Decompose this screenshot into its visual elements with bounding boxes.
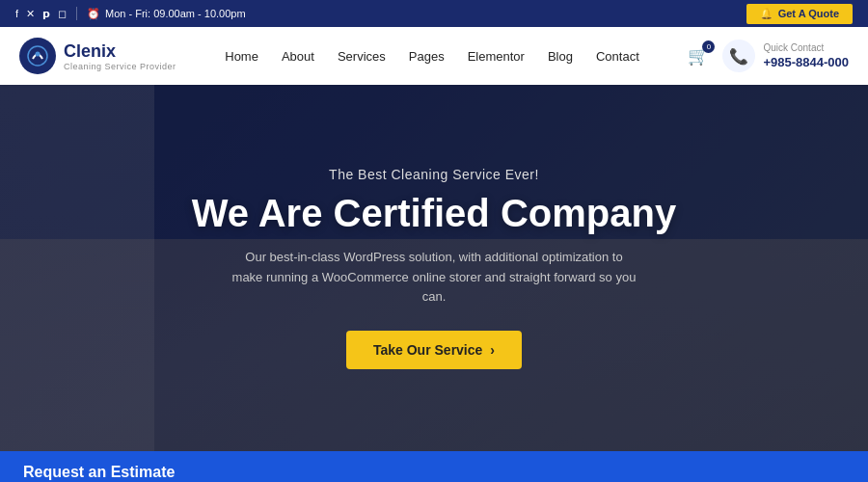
clock-icon: ⏰ xyxy=(87,8,100,20)
nav-link-services[interactable]: Services xyxy=(338,49,386,64)
hero-title: We Are Certified Company xyxy=(192,192,676,234)
phone-number[interactable]: +985-8844-000 xyxy=(763,55,849,69)
get-quote-label: Get A Quote xyxy=(778,8,839,19)
nav-item-home[interactable]: Home xyxy=(225,47,258,65)
top-bar: f ✕ 𝗽 ◻ ⏰ Mon - Fri: 09.00am - 10.00pm 🔔… xyxy=(0,0,868,27)
nav-right: 🛒 0 📞 Quick Contact +985-8844-000 xyxy=(688,40,849,72)
logo[interactable]: Clenix Cleaning Service Provider xyxy=(19,38,176,74)
nav-item-elementor[interactable]: Elementor xyxy=(468,47,525,65)
schedule-info: ⏰ Mon - Fri: 09.00am - 10.00pm xyxy=(87,8,246,20)
logo-subtitle: Cleaning Service Provider xyxy=(64,62,176,71)
bell-icon: 🔔 xyxy=(760,8,773,20)
logo-text: Clenix Cleaning Service Provider xyxy=(64,41,176,71)
get-quote-button[interactable]: 🔔 Get A Quote xyxy=(746,4,853,24)
pinterest-icon[interactable]: 𝗽 xyxy=(42,8,50,20)
hero-cta-label: Take Our Service xyxy=(373,342,482,358)
hero-content: The Best Cleaning Service Ever! We Are C… xyxy=(0,85,868,451)
nav-link-contact[interactable]: Contact xyxy=(596,49,639,64)
divider xyxy=(76,7,77,20)
phone-text: Quick Contact +985-8844-000 xyxy=(763,42,849,70)
hero-subtitle: The Best Cleaning Service Ever! xyxy=(329,167,539,182)
nav-link-home[interactable]: Home xyxy=(225,49,258,64)
quick-contact-label: Quick Contact xyxy=(763,42,849,53)
nav-link-elementor[interactable]: Elementor xyxy=(468,49,525,64)
instagram-icon[interactable]: ◻ xyxy=(58,8,67,20)
facebook-icon[interactable]: f xyxy=(15,8,18,19)
schedule-text: Mon - Fri: 09.00am - 10.00pm xyxy=(105,8,246,19)
hero-section: The Best Cleaning Service Ever! We Are C… xyxy=(0,85,868,451)
hero-cta-arrow: › xyxy=(490,342,495,358)
cta-strip: Request an Estimate xyxy=(0,451,868,482)
nav-item-pages[interactable]: Pages xyxy=(409,47,445,65)
cart-icon[interactable]: 🛒 0 xyxy=(688,45,709,67)
nav-item-services[interactable]: Services xyxy=(338,47,386,65)
phone-block: 📞 Quick Contact +985-8844-000 xyxy=(722,40,849,72)
nav-item-contact[interactable]: Contact xyxy=(596,47,639,65)
hero-description: Our best-in-class WordPress solution, wi… xyxy=(231,248,637,308)
cart-badge: 0 xyxy=(702,40,715,53)
nav-links: Home About Services Pages Elementor Blog… xyxy=(225,47,639,65)
social-icons: f ✕ 𝗽 ◻ xyxy=(15,8,67,20)
svg-point-1 xyxy=(36,52,41,57)
twitter-icon[interactable]: ✕ xyxy=(26,8,35,20)
nav-item-about[interactable]: About xyxy=(282,47,314,65)
nav-link-about[interactable]: About xyxy=(282,49,314,64)
phone-icon: 📞 xyxy=(722,40,755,72)
nav-link-pages[interactable]: Pages xyxy=(409,49,445,64)
hero-cta-button[interactable]: Take Our Service › xyxy=(346,331,522,369)
nav-item-blog[interactable]: Blog xyxy=(548,47,573,65)
logo-icon xyxy=(19,38,56,74)
cta-strip-text: Request an Estimate xyxy=(23,464,175,481)
navbar: Clenix Cleaning Service Provider Home Ab… xyxy=(0,27,868,85)
top-bar-left: f ✕ 𝗽 ◻ ⏰ Mon - Fri: 09.00am - 10.00pm xyxy=(15,7,246,20)
nav-link-blog[interactable]: Blog xyxy=(548,49,573,64)
logo-name: Clenix xyxy=(64,41,176,62)
